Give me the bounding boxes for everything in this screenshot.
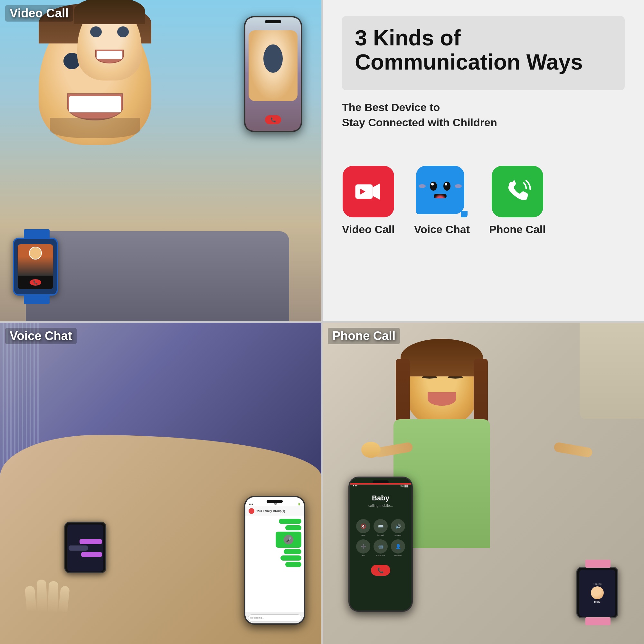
watch-chat-display	[67, 525, 103, 572]
smartwatch-blue: 📞	[13, 238, 58, 296]
time-text: 5G	[274, 503, 277, 506]
pink-calling-label: < calling	[593, 583, 601, 585]
child-teeth	[97, 51, 122, 59]
pink-caller-avatar	[591, 586, 604, 599]
phone-call-device: ●●● 5G ▓▓ Baby calling mobile... 🔇 mute …	[348, 477, 413, 612]
watch-end-call-btn[interactable]: 📞	[30, 279, 41, 286]
adult-beard	[50, 118, 140, 138]
girl-hands	[361, 442, 381, 458]
speaker-button[interactable]: 🔊	[391, 519, 405, 533]
carrier-text: ●●●	[249, 503, 253, 506]
eye-highlight-left	[431, 183, 434, 185]
voice-chat-comm-label: Voice Chat	[414, 223, 470, 236]
voice-chat-icon	[416, 166, 464, 214]
chat-input-field[interactable]: Recording...	[248, 614, 301, 621]
mute-btn-wrapper: 🔇 mute	[356, 519, 370, 536]
voice-chat-comm-item: Voice Chat	[414, 166, 470, 236]
video-call-label: Video Call	[5, 5, 73, 22]
phone-icon-svg	[503, 177, 532, 206]
voice-chat-icon-wrapper	[416, 166, 468, 217]
phone-call-face	[249, 30, 298, 101]
smartwatch-pink-device: < calling MOM	[576, 567, 618, 618]
facetime-btn-wrapper: 📹 FaceTime	[374, 539, 388, 556]
keypad-btn-wrapper: ⌨️ keypad	[374, 519, 388, 536]
phone-voice-chat: ●●● 5G 🔋 Tsui Family Group(1) 🎤	[244, 496, 305, 625]
child-eye-left	[90, 26, 102, 37]
chat-msg-audio: 🎤	[276, 532, 301, 548]
watch-caller-avatar	[29, 247, 42, 260]
title-box: 3 Kinds of Communication Ways	[342, 16, 625, 90]
subtitle-area: The Best Device to Stay Connected with C…	[342, 100, 625, 150]
info-panel-cell: 3 Kinds of Communication Ways The Best D…	[323, 0, 644, 321]
cute-eye-right	[443, 182, 450, 191]
phone-notch	[265, 20, 281, 23]
facetime-button[interactable]: 📹	[374, 539, 388, 554]
finger2	[36, 580, 47, 612]
smartwatch-pink-screen: < calling MOM	[579, 570, 615, 617]
call-status-bar: ●●● 5G ▓▓	[353, 484, 408, 487]
phone-call-icon	[492, 166, 543, 217]
phone-call-label: Phone Call	[328, 328, 400, 344]
chat-header: Tsui Family Group(1)	[245, 506, 304, 516]
battery-text: 🔋	[298, 503, 301, 506]
watch-end-call-area: 📞	[18, 276, 53, 289]
voice-chat-label: Voice Chat	[5, 328, 77, 344]
fingers-area	[19, 599, 84, 612]
red-bar	[350, 483, 412, 485]
phone-chat-notch	[267, 500, 283, 503]
call-status: calling mobile...	[368, 504, 393, 507]
girl-face	[406, 342, 477, 426]
phone-end-call-btn[interactable]: 📞	[265, 115, 281, 124]
chat-contact-name: Tsui Family Group(1)	[256, 509, 285, 513]
girl-arm-right	[553, 442, 593, 458]
phone-video-call: 📞	[244, 16, 302, 132]
end-call-button[interactable]: 📞	[371, 565, 390, 576]
mute-button[interactable]: 🔇	[356, 519, 370, 533]
phone-face-eyes-area	[263, 44, 283, 73]
phone-chat-screen: ●●● 5G 🔋 Tsui Family Group(1) 🎤	[245, 497, 304, 623]
add-btn-wrapper: ➕ add	[356, 539, 370, 556]
cheek-right	[455, 184, 462, 188]
signal-text: ●●●	[353, 484, 358, 487]
cute-face-eyes	[430, 182, 450, 191]
watch-msg-3	[81, 552, 102, 557]
cute-mouth-inner	[434, 194, 447, 198]
phone-video-screen: 📞	[245, 17, 301, 131]
main-grid: 📞 📞 Video Call 3 Kinds of Communication …	[0, 0, 644, 644]
smartwatch-black-screen	[67, 525, 103, 572]
video-call-icon	[343, 166, 394, 217]
video-call-comm-label: Video Call	[342, 223, 395, 236]
video-call-cell: 📞 📞 Video Call	[0, 0, 321, 321]
mute-label: mute	[361, 534, 365, 536]
main-title: 3 Kinds of Communication Ways	[355, 26, 612, 74]
pink-caller-name: MOM	[594, 601, 601, 603]
call-action-buttons: 🔇 mute ⌨️ keypad 🔊 speaker ➕ add	[351, 514, 410, 562]
smartwatch-black-device	[64, 522, 106, 573]
phone-call-comm-item: Phone Call	[489, 166, 546, 236]
girl-hair-top	[401, 339, 483, 376]
cheek-left	[419, 184, 426, 188]
svg-marker-2	[373, 184, 380, 200]
cute-eye-left	[430, 182, 437, 191]
child-face	[77, 3, 142, 81]
subtitle-line1: The Best Device to	[342, 101, 440, 113]
chat-messages-list: 🎤	[245, 516, 304, 570]
subtitle-line2: Stay Connected with Children	[342, 116, 497, 128]
child-eye-right	[117, 26, 129, 37]
watch-screen: 📞	[18, 244, 53, 289]
contacts-label: contacts	[394, 554, 402, 556]
chat-msg-3	[284, 549, 301, 554]
keypad-button[interactable]: ⌨️	[374, 519, 388, 533]
add-label: add	[362, 554, 365, 556]
finger3	[48, 581, 58, 612]
chat-input-area: Recording...	[245, 612, 304, 623]
chat-avatar	[249, 508, 254, 514]
adult-body	[26, 231, 289, 321]
contacts-button[interactable]: 👤	[391, 539, 405, 554]
communication-icons: Video Call	[342, 166, 625, 236]
child-hair	[74, 0, 145, 24]
chat-msg-5	[285, 562, 301, 567]
watch-msg-2	[69, 545, 88, 551]
cute-mouth	[434, 194, 447, 198]
add-call-button[interactable]: ➕	[356, 539, 370, 554]
